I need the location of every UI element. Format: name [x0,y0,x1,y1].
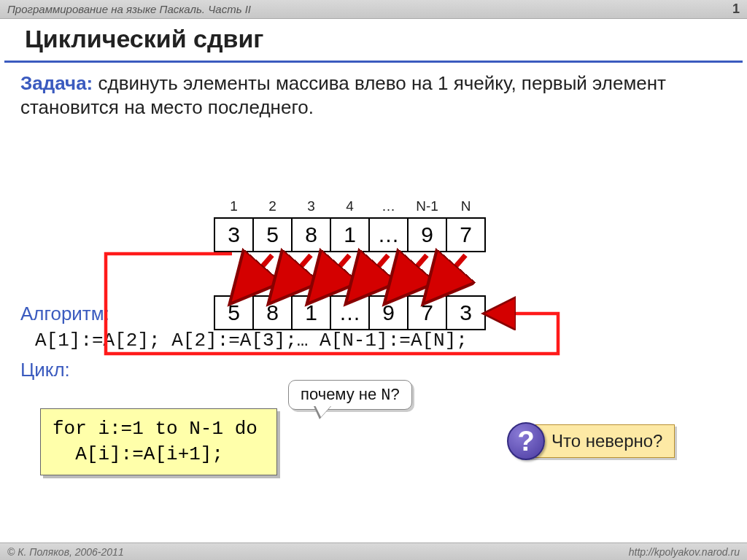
svg-line-4 [398,255,427,289]
header-bar: Программирование на языке Паскаль. Часть… [0,0,747,19]
array-shift-diagram: 1 2 3 4 … N-1 N 3 5 8 1 … 9 7 5 8 1 … 9 … [77,197,631,365]
task-paragraph: Задача: сдвинуть элементы массива влево … [20,71,727,119]
page-title: Циклический сдвиг [4,19,743,63]
svg-line-3 [359,255,388,289]
loop-code-box: for i:=1 to N-1 do A[i]:=A[i+1]; [40,408,277,475]
question-text: Что неверно? [529,424,675,458]
footer-copyright: © К. Поляков, 2006-2011 [7,546,124,558]
question-icon: ? [507,422,545,460]
callout-suffix: ? [391,385,400,403]
svg-line-2 [320,255,349,289]
why-not-n-callout: почему не N? [288,380,412,410]
svg-line-1 [282,255,311,289]
diagram-arrows [77,197,631,365]
page-number: 1 [732,1,740,17]
course-title: Программирование на языке Паскаль. Часть… [7,3,251,15]
svg-line-5 [436,255,465,289]
callout-prefix: почему не [301,385,381,403]
task-label: Задача: [20,72,93,94]
callout-mono: N [381,386,390,405]
question-box: ? Что неверно? [507,422,675,460]
callout-tail [314,406,331,419]
footer-bar: © К. Поляков, 2006-2011 http://kpolyakov… [0,542,747,560]
footer-url: http://kpolyakov.narod.ru [629,546,740,558]
content: Задача: сдвинуть элементы массива влево … [0,67,747,381]
svg-line-0 [243,255,272,289]
task-text: сдвинуть элементы массива влево на 1 яче… [20,72,666,118]
